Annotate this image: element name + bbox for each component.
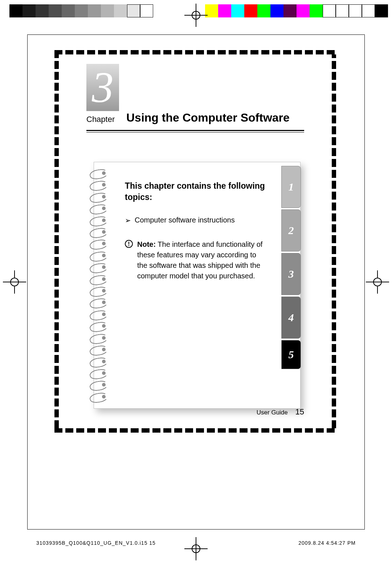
note-block: ! Note: The interface and functionality …	[125, 239, 267, 281]
registration-mark-left	[10, 278, 19, 286]
registration-mark-top	[192, 11, 200, 20]
info-icon: !	[125, 240, 133, 248]
job-file: 31039395B_Q100&Q110_UG_EN_V1.0.i15 15	[36, 540, 156, 546]
manual-page: 3 Chapter Using the Computer Software Th…	[50, 46, 340, 437]
tab-1: 1	[281, 166, 301, 208]
page-footer: User Guide 15	[257, 407, 304, 417]
colour-bar	[205, 4, 388, 17]
chapter-label: Chapter	[86, 115, 115, 124]
topic-item: ➢ Computer software instructions	[125, 216, 267, 225]
section-tabs: 1 2 3 4 5	[281, 166, 301, 369]
note-label: Note:	[137, 240, 156, 248]
tab-2: 2	[281, 209, 301, 252]
topics-notebook: This chapter contains the following topi…	[94, 162, 301, 409]
tab-4: 4	[281, 297, 301, 339]
chapter-title: Using the Computer Software	[126, 111, 290, 124]
job-timestamp: 2009.8.24 4:54:27 PM	[298, 540, 356, 546]
chapter-number-badge: 3	[86, 64, 119, 111]
note-text: The interface and functionality of these…	[137, 240, 262, 280]
tab-5: 5	[281, 340, 301, 369]
topics-heading: This chapter contains the following topi…	[125, 180, 267, 203]
tab-3: 3	[281, 253, 301, 295]
chapter-rule	[86, 130, 304, 132]
bullet-arrow-icon: ➢	[125, 216, 131, 225]
spiral-binding	[90, 169, 111, 401]
book-name: User Guide	[257, 409, 288, 416]
print-job-line: 31039395B_Q100&Q110_UG_EN_V1.0.i15 15 20…	[36, 540, 356, 546]
page-number: 15	[295, 407, 304, 416]
registration-mark-right	[373, 278, 382, 286]
topic-text: Computer software instructions	[135, 216, 235, 225]
grayscale-bar	[9, 4, 153, 17]
